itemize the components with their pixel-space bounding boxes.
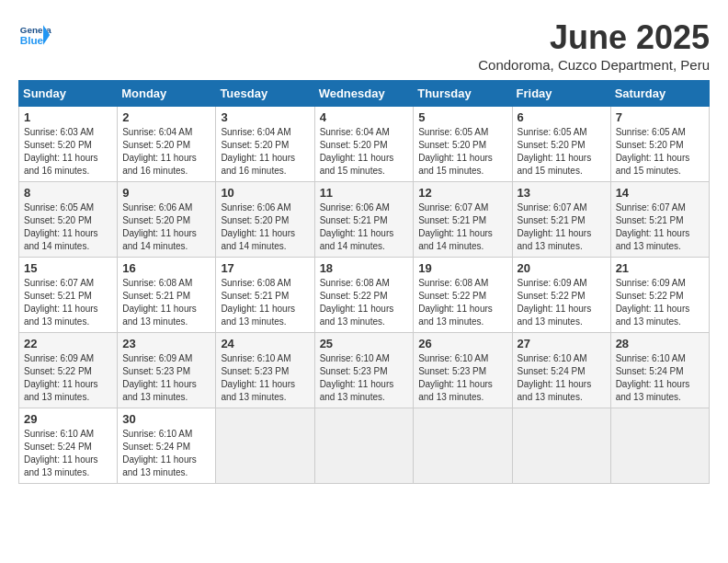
table-row: 22Sunrise: 6:09 AMSunset: 5:22 PMDayligh…: [19, 333, 118, 408]
calendar-row: 8Sunrise: 6:05 AMSunset: 5:20 PMDaylight…: [19, 182, 710, 258]
table-row: 1Sunrise: 6:03 AMSunset: 5:20 PMDaylight…: [19, 107, 118, 182]
table-row: 16Sunrise: 6:08 AMSunset: 5:21 PMDayligh…: [118, 258, 216, 333]
header-sunday: Sunday: [19, 81, 118, 107]
calendar-row: 1Sunrise: 6:03 AMSunset: 5:20 PMDaylight…: [19, 107, 710, 182]
header-monday: Monday: [118, 81, 216, 107]
location-title: Condoroma, Cuzco Department, Peru: [478, 57, 710, 73]
table-row: 13Sunrise: 6:07 AMSunset: 5:21 PMDayligh…: [512, 182, 610, 258]
calendar-row: 15Sunrise: 6:07 AMSunset: 5:21 PMDayligh…: [19, 258, 710, 333]
page-header: General Blue June 2025 Condoroma, Cuzco …: [18, 18, 710, 73]
table-row: 15Sunrise: 6:07 AMSunset: 5:21 PMDayligh…: [19, 258, 118, 333]
table-row: 4Sunrise: 6:04 AMSunset: 5:20 PMDaylight…: [314, 107, 414, 182]
table-row: 5Sunrise: 6:05 AMSunset: 5:20 PMDaylight…: [414, 107, 512, 182]
logo: General Blue: [18, 18, 53, 52]
table-row: 27Sunrise: 6:10 AMSunset: 5:24 PMDayligh…: [512, 333, 610, 408]
table-row: 11Sunrise: 6:06 AMSunset: 5:21 PMDayligh…: [314, 182, 414, 258]
table-row: 7Sunrise: 6:05 AMSunset: 5:20 PMDaylight…: [610, 107, 709, 182]
table-row: 28Sunrise: 6:10 AMSunset: 5:24 PMDayligh…: [610, 333, 709, 408]
table-row: 12Sunrise: 6:07 AMSunset: 5:21 PMDayligh…: [414, 182, 512, 258]
table-row: [314, 408, 414, 484]
table-row: 8Sunrise: 6:05 AMSunset: 5:20 PMDaylight…: [19, 182, 118, 258]
header-thursday: Thursday: [414, 81, 512, 107]
table-row: 24Sunrise: 6:10 AMSunset: 5:23 PMDayligh…: [216, 333, 314, 408]
calendar-row: 29Sunrise: 6:10 AMSunset: 5:24 PMDayligh…: [19, 408, 710, 484]
table-row: [512, 408, 610, 484]
calendar-table: Sunday Monday Tuesday Wednesday Thursday…: [18, 80, 710, 484]
table-row: 30Sunrise: 6:10 AMSunset: 5:24 PMDayligh…: [118, 408, 216, 484]
table-row: 3Sunrise: 6:04 AMSunset: 5:20 PMDaylight…: [216, 107, 314, 182]
table-row: 14Sunrise: 6:07 AMSunset: 5:21 PMDayligh…: [610, 182, 709, 258]
table-row: 21Sunrise: 6:09 AMSunset: 5:22 PMDayligh…: [610, 258, 709, 333]
calendar-header-row: Sunday Monday Tuesday Wednesday Thursday…: [19, 81, 710, 107]
month-title: June 2025: [478, 18, 710, 57]
table-row: 26Sunrise: 6:10 AMSunset: 5:23 PMDayligh…: [414, 333, 512, 408]
table-row: 20Sunrise: 6:09 AMSunset: 5:22 PMDayligh…: [512, 258, 610, 333]
header-wednesday: Wednesday: [314, 81, 414, 107]
table-row: 19Sunrise: 6:08 AMSunset: 5:22 PMDayligh…: [414, 258, 512, 333]
table-row: [414, 408, 512, 484]
header-friday: Friday: [512, 81, 610, 107]
table-row: 9Sunrise: 6:06 AMSunset: 5:20 PMDaylight…: [118, 182, 216, 258]
svg-text:Blue: Blue: [20, 34, 44, 46]
header-saturday: Saturday: [610, 81, 709, 107]
table-row: 2Sunrise: 6:04 AMSunset: 5:20 PMDaylight…: [118, 107, 216, 182]
table-row: 29Sunrise: 6:10 AMSunset: 5:24 PMDayligh…: [19, 408, 118, 484]
title-block: June 2025 Condoroma, Cuzco Department, P…: [478, 18, 710, 73]
header-tuesday: Tuesday: [216, 81, 314, 107]
table-row: [216, 408, 314, 484]
table-row: 6Sunrise: 6:05 AMSunset: 5:20 PMDaylight…: [512, 107, 610, 182]
table-row: 17Sunrise: 6:08 AMSunset: 5:21 PMDayligh…: [216, 258, 314, 333]
table-row: 23Sunrise: 6:09 AMSunset: 5:23 PMDayligh…: [118, 333, 216, 408]
table-row: 10Sunrise: 6:06 AMSunset: 5:20 PMDayligh…: [216, 182, 314, 258]
table-row: 25Sunrise: 6:10 AMSunset: 5:23 PMDayligh…: [314, 333, 414, 408]
table-row: 18Sunrise: 6:08 AMSunset: 5:22 PMDayligh…: [314, 258, 414, 333]
table-row: [610, 408, 709, 484]
calendar-row: 22Sunrise: 6:09 AMSunset: 5:22 PMDayligh…: [19, 333, 710, 408]
logo-icon: General Blue: [18, 18, 51, 52]
